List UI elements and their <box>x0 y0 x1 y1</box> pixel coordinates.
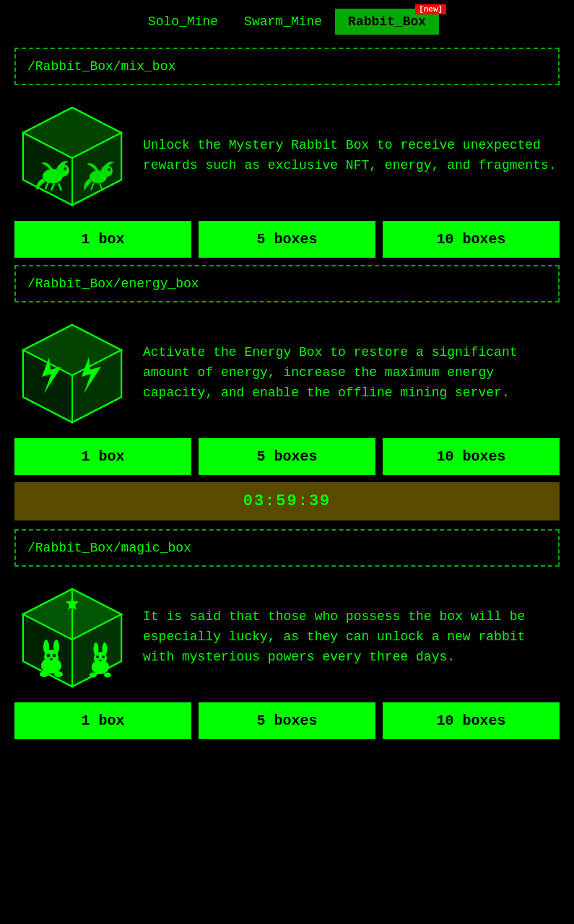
svg-point-6 <box>64 167 66 170</box>
svg-point-40 <box>102 642 107 655</box>
svg-point-36 <box>54 671 63 677</box>
magic-box-1-button[interactable]: 1 box <box>14 702 191 739</box>
svg-point-32 <box>46 653 50 657</box>
svg-point-33 <box>52 653 56 657</box>
svg-point-44 <box>90 672 97 677</box>
svg-point-35 <box>40 671 48 677</box>
svg-point-43 <box>99 659 102 661</box>
energy-box-timer: 03:59:39 <box>14 482 560 520</box>
nav-bar: Solo_Mine Swarm_Mine Rabbit_Box [new] <box>0 0 574 40</box>
mix-box-content: Unlock the Mystery Rabbit Box to receive… <box>14 98 560 214</box>
energy-box-content: Activate the Energy Box to restore a sig… <box>14 315 560 431</box>
energy-box-10-button[interactable]: 10 boxes <box>383 438 560 475</box>
magic-box-description: It is said that those who possess the bo… <box>143 607 560 668</box>
tab-solo-mine[interactable]: Solo_Mine <box>135 9 231 35</box>
magic-box-section-header: /Rabbit_Box/magic_box <box>14 529 560 567</box>
svg-point-42 <box>102 655 105 658</box>
magic-box-path: /Rabbit_Box/magic_box <box>27 541 191 555</box>
mix-box-5-button[interactable]: 5 boxes <box>199 221 375 258</box>
magic-box-icon <box>14 580 130 695</box>
svg-point-12 <box>108 168 110 171</box>
magic-box-10-button[interactable]: 10 boxes <box>383 702 560 739</box>
tab-rabbit-box-label: Rabbit_Box <box>348 14 426 29</box>
energy-box-1-button[interactable]: 1 box <box>14 438 191 475</box>
tab-rabbit-box[interactable]: Rabbit_Box [new] <box>335 9 439 35</box>
svg-point-34 <box>50 658 53 660</box>
energy-box-section-header: /Rabbit_Box/energy_box <box>14 265 560 302</box>
new-badge: [new] <box>415 4 446 14</box>
svg-point-45 <box>104 672 111 677</box>
energy-box-path: /Rabbit_Box/energy_box <box>27 276 199 291</box>
svg-point-41 <box>96 655 99 658</box>
energy-box-5-button[interactable]: 5 boxes <box>199 438 375 475</box>
energy-box-description: Activate the Energy Box to restore a sig… <box>143 343 560 404</box>
mix-box-section-header: /Rabbit_Box/mix_box <box>14 48 560 85</box>
mix-box-10-button[interactable]: 10 boxes <box>383 221 560 258</box>
mix-box-path: /Rabbit_Box/mix_box <box>27 59 175 74</box>
mix-box-1-button[interactable]: 1 box <box>14 221 191 258</box>
mix-box-description: Unlock the Mystery Rabbit Box to receive… <box>143 136 560 176</box>
magic-box-buttons: 1 box 5 boxes 10 boxes <box>14 702 560 739</box>
energy-box-buttons: 1 box 5 boxes 10 boxes <box>14 438 560 475</box>
tab-swarm-mine[interactable]: Swarm_Mine <box>231 9 335 35</box>
mix-box-buttons: 1 box 5 boxes 10 boxes <box>14 221 560 258</box>
magic-box-content: It is said that those who possess the bo… <box>14 580 560 695</box>
energy-box-icon <box>14 315 130 431</box>
svg-point-39 <box>93 642 98 655</box>
svg-point-30 <box>43 640 49 654</box>
mix-box-icon <box>14 98 130 214</box>
svg-point-31 <box>53 640 59 654</box>
magic-box-5-button[interactable]: 5 boxes <box>199 702 375 739</box>
